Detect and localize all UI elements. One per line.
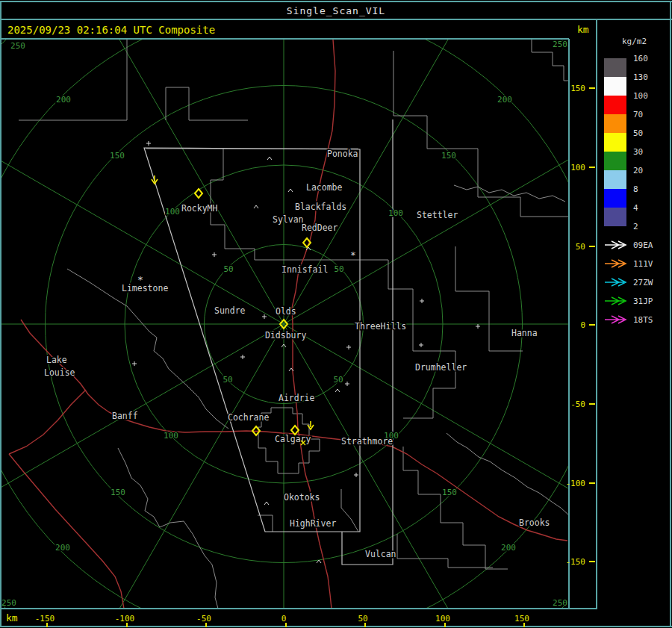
city-label-okotoks: Okotoks: [284, 492, 320, 503]
ring-distance-label: 200: [56, 95, 71, 105]
right-axis-label: 0: [580, 320, 585, 330]
county-boundary: [393, 51, 569, 217]
city-label-lake: Lake: [46, 355, 67, 365]
county-boundary: [397, 534, 493, 568]
ring-distance-label: 100: [164, 431, 178, 441]
legend-color-swatch: [604, 189, 626, 208]
right-axis-label: 100: [570, 163, 585, 172]
legend-scale-value: 130: [633, 72, 648, 82]
town-caret-marker: [267, 157, 272, 160]
radial-line-240: [0, 324, 284, 533]
radial-line-210: [75, 324, 284, 628]
city-label-strathmore: Strathmore: [341, 436, 393, 447]
radar-app-window: Single_Scan_VIL 2025/09/23 02:16:04 UTC …: [0, 0, 672, 628]
ring-distance-label: 50: [223, 375, 232, 385]
county-boundary: [358, 260, 455, 418]
city-label-drumheller: Drumheller: [415, 362, 467, 373]
city-label-banff: Banff: [112, 411, 138, 421]
county-boundary: [403, 447, 508, 569]
radial-line-330: [75, 0, 284, 324]
ring-distance-label: 200: [497, 95, 512, 105]
legend-scale-value: 160: [633, 54, 648, 63]
legend-scale-value: 20: [633, 166, 643, 175]
city-label-innisfail: Innisfail: [281, 264, 328, 275]
legend-scale-value: 4: [633, 203, 638, 213]
ring-distance-label: 250: [1, 598, 16, 608]
city-label-olds: Olds: [276, 306, 296, 317]
ring-distance-label: 50: [333, 375, 343, 385]
county-boundary: [19, 40, 127, 120]
legend-scale-value: 8: [633, 184, 638, 194]
ring-distance-label: 250: [10, 41, 25, 51]
ring-distance-label: 250: [553, 598, 567, 608]
right-axis-label: 50: [576, 242, 585, 252]
highway-line: [9, 454, 124, 609]
city-label-highriver: HighRiver: [290, 518, 336, 529]
legend-color-swatch: [604, 152, 626, 170]
ring-distance-label: 250: [553, 40, 567, 49]
city-label-louise: Louise: [44, 367, 75, 378]
city-label-stettler: Stettler: [417, 210, 458, 220]
bottom-axis-label: -150: [35, 614, 55, 624]
radar-id-arrow-icon: [605, 279, 626, 286]
bottom-axis-label: 50: [358, 614, 367, 624]
radar-id-label: 09EA: [633, 240, 653, 250]
town-caret-marker: [264, 502, 269, 505]
radial-line-120: [284, 324, 646, 533]
county-boundary: [447, 433, 569, 515]
map-layer: 5050505010010010010015015015015020020020…: [0, 0, 672, 628]
legend-scale-value: 2: [633, 222, 638, 231]
ring-distance-label: 100: [388, 208, 403, 218]
bottom-axis-label: 150: [514, 614, 529, 624]
town-plus-marker: [345, 382, 349, 386]
radar-id-label: 31JP: [633, 296, 653, 306]
legend-scale-value: 30: [633, 147, 643, 157]
city-label-lacombe: Lacombe: [306, 182, 343, 193]
bottom-axis-label: -100: [115, 614, 135, 624]
radar-id-arrow-icon: [605, 316, 626, 323]
city-label-didsbury: Didsbury: [265, 330, 306, 341]
ring-distance-label: 150: [111, 488, 125, 497]
legend-color-swatch: [604, 133, 626, 152]
right-axis-label: -100: [566, 479, 586, 488]
town-plus-marker: [419, 343, 423, 347]
city-label-brooks: Brooks: [519, 517, 550, 528]
city-label-hanna: Hanna: [511, 328, 538, 338]
city-label-blackfalds: Blackfalds: [295, 202, 346, 212]
legend-color-swatch: [604, 77, 626, 96]
city-label-limestone: Limestone: [122, 283, 168, 293]
ring-distance-label: 150: [441, 151, 456, 161]
bottom-axis-label: 0: [281, 614, 287, 624]
radar-id-label: 18TS: [633, 315, 653, 325]
city-label-calgary: Calgary: [275, 434, 311, 444]
town-plus-marker: [476, 324, 480, 329]
town-plus-marker: [420, 299, 424, 303]
town-plus-marker: [212, 252, 217, 257]
storm-arrow-marker: [308, 421, 314, 429]
city-label-sundre: Sundre: [214, 305, 246, 316]
county-boundary: [454, 185, 565, 202]
city-label-vulcan: Vulcan: [365, 549, 396, 559]
city-label-reddeer: RedDeer: [302, 223, 338, 233]
ring-distance-label: 200: [501, 543, 516, 553]
radar-id-arrow-icon: [605, 297, 626, 305]
ring-distance-label: 200: [55, 543, 70, 553]
legend-color-swatch: [604, 208, 626, 226]
radial-line-60: [284, 115, 646, 324]
town-star-marker: *: [350, 249, 356, 261]
legend-color-swatch: [604, 58, 626, 77]
range-ring-250km: [0, 0, 672, 628]
legend-scale-value: 70: [633, 110, 643, 119]
radar-id-label: 111V: [633, 259, 653, 269]
scan-area-outline: [342, 119, 393, 565]
town-plus-marker: [354, 473, 358, 477]
legend-color-swatch: [604, 170, 626, 189]
town-caret-marker: [335, 389, 340, 392]
radar-map-canvas: 5050505010010010010015015015015020020020…: [0, 0, 672, 628]
legend-unit-label: kg/m2: [622, 37, 647, 46]
city-label-rockymh: RockyMH: [181, 203, 218, 214]
legend-color-swatch: [604, 96, 626, 114]
bottom-axis-label: 100: [435, 614, 450, 624]
legend-scale-value: 50: [633, 128, 643, 138]
radar-id-label: 27ZW: [633, 278, 653, 287]
